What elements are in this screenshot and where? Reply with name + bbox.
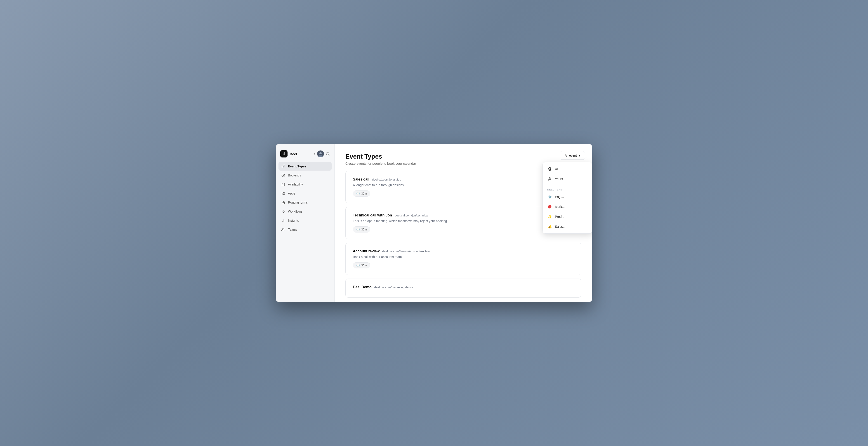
bolt-icon (281, 210, 285, 214)
event-description: This is an opt-in meeting, which means w… (353, 219, 574, 223)
marketing-icon (547, 204, 552, 209)
svg-rect-6 (282, 183, 285, 186)
event-description: A longer chat to run through designs (353, 183, 574, 187)
event-name: Sales call (353, 178, 369, 182)
file-icon (281, 200, 285, 204)
sidebar-item-workflows[interactable]: Workflows (278, 207, 332, 216)
filter-button[interactable]: All event ▾ (560, 151, 585, 160)
dropdown-item-sales[interactable]: 💰 Sales... (543, 222, 592, 231)
svg-rect-11 (283, 192, 285, 193)
sidebar: d. Deel ▾ (276, 144, 335, 302)
sidebar-item-label: Event Types (288, 164, 306, 168)
sidebar-item-label: Teams (288, 228, 297, 231)
sidebar-item-teams[interactable]: Teams (278, 225, 332, 234)
dropdown-item-yours[interactable]: Yours (543, 174, 592, 184)
header-actions: All event ▾ (560, 151, 585, 160)
sidebar-header: d. Deel ▾ (276, 149, 334, 162)
header-actions-group: ▾ (314, 151, 330, 157)
dropdown-item-label: All (555, 167, 559, 171)
clock-icon: 🕐 (356, 192, 360, 195)
sidebar-item-availability[interactable]: Availability (278, 180, 332, 189)
event-name: Account review (353, 249, 379, 253)
svg-rect-12 (283, 194, 285, 195)
logo-mark: d. (280, 150, 287, 157)
avatar[interactable] (317, 151, 324, 157)
duration-label: 30m (361, 228, 367, 231)
dropdown-item-all[interactable]: All (543, 164, 592, 174)
sidebar-item-apps[interactable]: Apps (278, 189, 332, 198)
event-url: deel.cal.com/jon/sales (372, 178, 401, 181)
svg-marker-16 (282, 210, 285, 213)
sidebar-item-bookings[interactable]: Bookings (278, 171, 332, 180)
duration-label: 30m (361, 264, 367, 267)
dropdown-item-marketing[interactable]: Mark... (543, 202, 592, 212)
event-card-header: Sales call deel.cal.com/jon/sales (353, 178, 574, 182)
sidebar-item-label: Routing forms (288, 201, 308, 204)
sidebar-item-routing-forms[interactable]: Routing forms (278, 198, 332, 207)
filter-button-label: All event (565, 154, 577, 157)
event-url: deel.cal.com/jon/technical (395, 214, 428, 217)
search-icon[interactable] (326, 152, 330, 156)
grid-icon (281, 191, 285, 195)
link-icon (281, 164, 285, 168)
event-url: deel.cal.com/finance/account-review (382, 250, 430, 253)
calendar-icon (281, 182, 285, 186)
filter-dropdown: All Yours DEEL TEAM ⚙️ Engi... (542, 162, 592, 234)
bar-chart-icon (281, 219, 285, 223)
dropdown-item-label: Yours (555, 177, 563, 181)
svg-rect-10 (282, 192, 283, 193)
event-card-header: Deel Demo deel.cal.com/marketing/demo (353, 285, 574, 289)
engineering-icon: ⚙️ (547, 194, 552, 199)
sidebar-item-label: Bookings (288, 173, 301, 177)
chevron-down-icon: ▾ (579, 154, 580, 157)
page-title: Event Types (345, 153, 581, 160)
dropdown-item-engineering[interactable]: ⚙️ Engi... (543, 192, 592, 202)
dropdown-item-label: Mark... (555, 205, 565, 209)
svg-point-22 (549, 178, 550, 179)
event-url: deel.cal.com/marketing/demo (374, 286, 413, 289)
event-description: Book a call with our accounts team (353, 255, 574, 259)
users-icon (281, 227, 285, 231)
chevron-down-icon[interactable]: ▾ (314, 152, 315, 155)
dropdown-section-label: DEEL TEAM (543, 186, 592, 192)
sidebar-item-label: Insights (288, 219, 299, 222)
dropdown-item-product[interactable]: ✨ Prod... (543, 212, 592, 222)
clock-icon: 🕐 (356, 228, 360, 231)
sales-icon: 💰 (547, 224, 552, 229)
dropdown-item-label: Prod... (555, 215, 564, 219)
workspace-name: Deel (290, 152, 312, 156)
sidebar-item-label: Workflows (288, 210, 303, 213)
event-name: Deel Demo (353, 285, 372, 289)
sidebar-item-event-types[interactable]: Event Types (278, 162, 332, 170)
clock-icon: 🕐 (356, 264, 360, 267)
duration-badge: 🕐 30m (353, 190, 370, 197)
nav-menu: Event Types Bookings (276, 162, 334, 234)
event-name: Technical call with Jon (353, 213, 392, 217)
product-icon: ✨ (547, 214, 552, 219)
svg-point-20 (282, 228, 283, 229)
clock-icon (281, 173, 285, 178)
event-card-header: Account review deel.cal.com/finance/acco… (353, 249, 574, 253)
svg-line-4 (329, 155, 329, 155)
sidebar-item-label: Apps (288, 192, 295, 195)
event-card-account-review[interactable]: Account review deel.cal.com/finance/acco… (345, 243, 581, 275)
duration-badge: 🕐 30m (353, 226, 370, 232)
dropdown-item-label: Sales... (555, 225, 565, 228)
person-icon (547, 177, 552, 182)
main-content: Event Types Create events for people to … (335, 144, 592, 302)
svg-rect-13 (282, 194, 283, 195)
event-card-deel-demo[interactable]: Deel Demo deel.cal.com/marketing/demo (345, 279, 581, 297)
event-card-header: Technical call with Jon deel.cal.com/jon… (353, 213, 574, 217)
svg-point-1 (319, 152, 322, 154)
layers-icon (547, 166, 552, 171)
dropdown-item-label: Engi... (555, 195, 564, 199)
svg-marker-21 (548, 167, 552, 169)
svg-point-23 (548, 205, 552, 209)
duration-label: 30m (361, 192, 367, 195)
sidebar-item-insights[interactable]: Insights (278, 216, 332, 225)
sidebar-item-label: Availability (288, 183, 303, 186)
duration-badge: 🕐 30m (353, 262, 370, 268)
